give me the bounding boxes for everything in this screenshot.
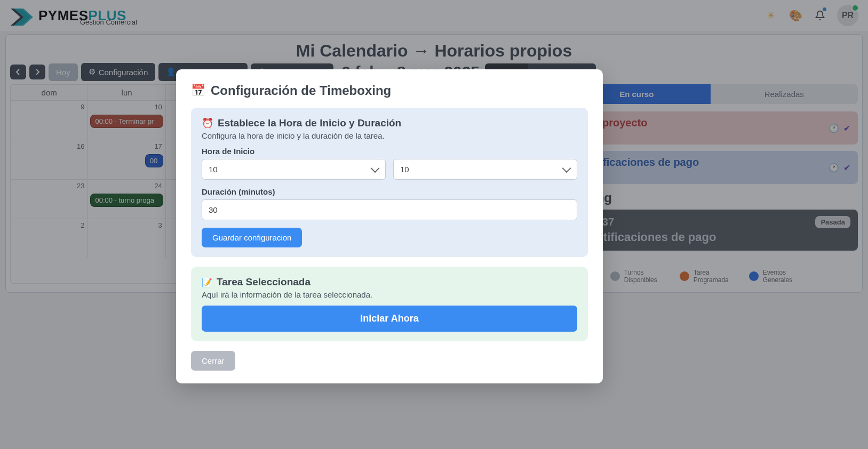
start-time-card: ⏰Establece la Hora de Inicio y Duración … bbox=[191, 108, 588, 257]
selected-task-card: 📝Tarea Seleccionada Aquí irá la informac… bbox=[191, 267, 588, 341]
start-now-button[interactable]: Iniciar Ahora bbox=[202, 306, 577, 332]
start-time-label: Hora de Inicio bbox=[202, 147, 577, 156]
modal-title: 📅 Configuración de Timeboxing bbox=[191, 83, 588, 98]
close-button[interactable]: Cerrar bbox=[191, 351, 235, 371]
hour-select[interactable]: 10 bbox=[202, 159, 386, 180]
minute-select[interactable]: 10 bbox=[393, 159, 577, 180]
save-config-button[interactable]: Guardar configuracion bbox=[202, 228, 302, 247]
duration-label: Duración (minutos) bbox=[202, 187, 577, 196]
alarm-icon: ⏰ bbox=[202, 117, 213, 129]
calendar-icon: 📅 bbox=[191, 84, 205, 98]
note-icon: 📝 bbox=[202, 277, 212, 287]
duration-input[interactable] bbox=[202, 199, 577, 220]
timeboxing-modal: 📅 Configuración de Timeboxing ⏰Establece… bbox=[176, 69, 603, 383]
start-time-desc: Configura la hora de inicio y la duració… bbox=[202, 131, 577, 140]
selected-task-desc: Aquí irá la información de la tarea sele… bbox=[202, 290, 577, 299]
